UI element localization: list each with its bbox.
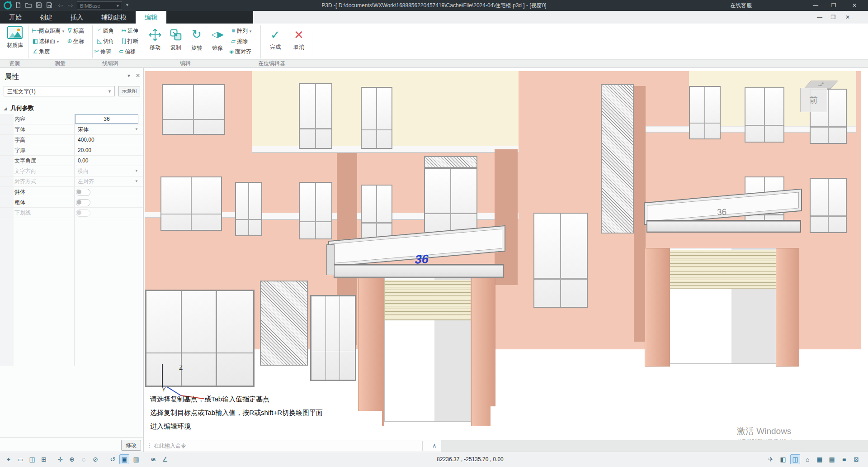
view-cube[interactable]: 上 前 [800,81,830,112]
command-input[interactable]: 在此输入命令 [154,440,186,452]
doc-close-button[interactable]: ✕ [842,12,854,23]
face-align-button[interactable]: ◈面对齐 [228,47,251,56]
wave-snap-icon[interactable]: ≋ [148,454,158,464]
tab-active-4[interactable]: 编辑 [136,11,166,24]
doc-restore-button[interactable]: ❐ [827,12,839,23]
array-button[interactable]: ≡阵列▼ [230,26,252,35]
chamfer-button[interactable]: ◺切角 [96,37,114,46]
material-library-button[interactable]: 材质库 [4,26,26,49]
cancel-button[interactable]: ✕ 取消 [288,26,309,51]
window-select-icon[interactable]: ▭ [15,454,25,464]
property-grid: 内容36字体宋体▼字高400.00字厚20.00文字角度0.00文字方向横向▼对… [0,114,143,366]
tab-2[interactable]: 插入 [61,11,92,24]
tab-1[interactable]: 创建 [31,11,61,24]
minimize-button[interactable]: — [809,0,822,11]
property-value-align-mode: 左对齐 [78,176,94,186]
property-value-font-height[interactable]: 400.00 [78,135,94,145]
trim-button[interactable]: ✂修剪 [93,47,111,56]
zoom-previous-icon[interactable]: ⊘ [90,454,100,464]
preview-button[interactable]: 示意图 [118,86,140,96]
toggle-knob [77,210,81,215]
mirror-button[interactable]: ◁▶ 镜像 [208,25,227,52]
chevron-down-icon[interactable]: ▼ [135,124,138,134]
selected-canopy-text[interactable]: 36 [414,252,429,267]
section-header-geometry[interactable]: ◢几何参数 [4,104,34,112]
extend-button[interactable]: ↦延伸 [120,26,138,35]
erase-button[interactable]: ▱擦除 [230,37,248,46]
move-button[interactable]: 移动 [146,25,165,52]
model-entrance-pillar [471,277,495,426]
list-view-icon[interactable]: ≡ [839,454,849,464]
elevation-button[interactable]: ∇标高 [66,26,84,35]
view-cube-front[interactable]: 前 [800,88,827,112]
fillet-button[interactable]: ◜圆角 [96,26,114,35]
sheet-view-icon[interactable]: ▤ [827,454,837,464]
coordinate-icon: ⊕ [66,37,73,46]
osnap-toggle-icon[interactable]: ▣ [119,454,129,464]
model-window [533,213,588,308]
chevron-down-icon: ▼ [56,40,60,44]
windows-activation-watermark: 激活 Windows [737,425,791,437]
elevation-icon: ∇ [66,26,73,35]
model-window [299,182,332,239]
object-tracking-icon[interactable]: ▥ [131,454,141,464]
grip-dots-icon[interactable]: ⋮ [146,442,152,449]
front-view-icon[interactable]: ◧ [778,454,788,464]
property-value-text-direction: 横向 [78,166,89,176]
fillet-icon: ◜ [96,26,103,35]
copy-button[interactable]: 复制 [166,25,185,52]
group-label-inplace-editor: 在位编辑器 [251,60,292,67]
property-value-font[interactable]: 宋体 [78,124,89,134]
z-axis-line [162,364,163,387]
fly-mode-icon[interactable]: ✈ [766,454,776,464]
modify-button[interactable]: 修改 [121,440,141,451]
model-selected-canopy-end[interactable] [326,244,335,275]
group-label-measure: 测量 [45,60,75,67]
offset-button[interactable]: ⊂偏移 [118,47,136,56]
grid-snap-icon[interactable]: ⊞ [39,454,49,464]
property-input-content[interactable]: 36 [75,114,138,124]
tab-0[interactable]: 开始 [0,11,31,24]
pick-cursor-icon[interactable]: ⌖ [4,454,14,464]
break-icon: ⌈⌋ [120,37,127,46]
cross-select-icon[interactable]: ◫ [27,454,37,464]
home-view-icon[interactable]: ⌂ [802,454,812,464]
select-face-button[interactable]: ◧选择面▼ [32,37,60,46]
zoom-window-icon[interactable]: ◌ [79,454,89,464]
property-label-text-direction: 文字方向 [14,166,36,176]
tab-3[interactable]: 辅助建模 [92,11,136,24]
restore-button[interactable]: ❐ [827,0,840,11]
axon-view-icon[interactable]: ◫ [790,454,800,464]
model-window [160,176,222,231]
rotate-button[interactable]: ↻ 旋转 [187,25,206,52]
finish-button[interactable]: ✓ 完成 [265,26,286,51]
grid-display-icon[interactable]: ▦ [815,454,825,464]
collapse-chevron-icon[interactable]: ∧ [429,440,440,452]
fullscreen-icon[interactable]: ⊠ [851,454,861,464]
two-point-distance-button[interactable]: ⊢⊣两点距离▼ [32,26,65,35]
angle-button[interactable]: ∠角度 [32,47,50,56]
doc-minimize-button[interactable]: — [814,12,826,23]
status-bar: ⌖▭◫⊞✛⊕◌⊘↺▣▥≋∠ 82236.37 , -25135.70 , 0.0… [0,452,868,467]
tab-strip: 开始创建插入辅助建模编辑 [0,11,253,24]
property-value-font-thickness[interactable]: 20.00 [78,145,91,155]
coordinate-button[interactable]: ⊕坐标 [66,37,84,46]
property-label-font: 字体 [14,124,25,134]
pan-icon[interactable]: ✛ [55,454,65,464]
model-window [745,87,784,143]
viewport-3d[interactable]: 36 36 上 前 Z X Y 请选择复制基点，或Tab输入值指定基点 选择复制… [144,68,868,440]
material-library-icon [7,26,23,39]
panel-close-icon[interactable]: ✕ [136,72,140,79]
online-support-link[interactable]: 在线客服 [730,0,752,11]
zoom-extents-icon[interactable]: ⊕ [67,454,77,464]
bold-toggle[interactable] [76,199,90,206]
command-history-area[interactable] [441,440,868,452]
italic-toggle[interactable] [76,189,90,196]
property-value-text-angle[interactable]: 0.00 [78,156,88,166]
view-undo-icon[interactable]: ↺ [108,454,118,464]
close-button[interactable]: ✕ [848,0,861,11]
dock-icon[interactable]: ▾ [127,72,130,79]
angle-snap-icon[interactable]: ∠ [160,454,170,464]
break-button[interactable]: ⌈⌋打断 [120,37,138,46]
object-type-select[interactable]: 三维文字(1)▼ [4,86,115,96]
